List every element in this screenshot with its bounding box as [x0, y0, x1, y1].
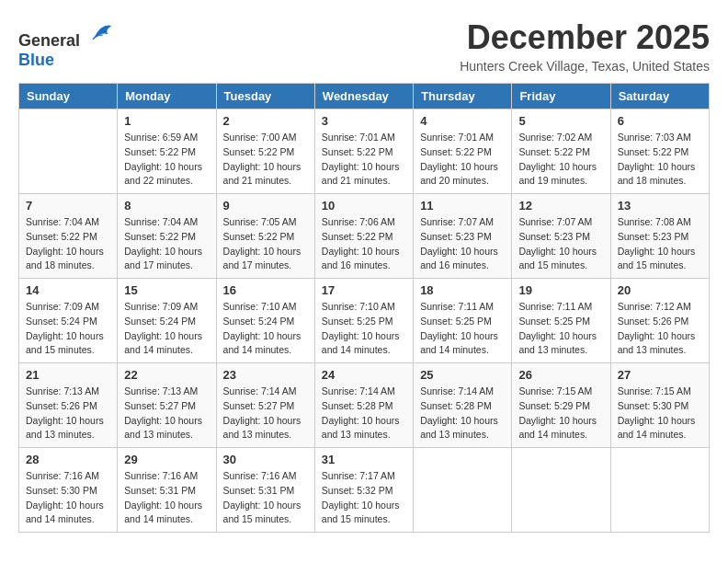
week-row-0: 1Sunrise: 6:59 AM Sunset: 5:22 PM Daylig… — [19, 109, 710, 194]
day-cell-25: 25Sunrise: 7:14 AM Sunset: 5:28 PM Dayli… — [414, 363, 512, 448]
day-number: 29 — [124, 453, 209, 466]
day-info: Sunrise: 7:10 AM Sunset: 5:25 PM Dayligh… — [322, 300, 406, 358]
day-cell-20: 20Sunrise: 7:12 AM Sunset: 5:26 PM Dayli… — [610, 279, 709, 363]
day-cell-13: 13Sunrise: 7:08 AM Sunset: 5:23 PM Dayli… — [610, 194, 709, 279]
day-info: Sunrise: 7:13 AM Sunset: 5:26 PM Dayligh… — [26, 385, 110, 442]
day-number: 9 — [223, 199, 308, 213]
day-number: 22 — [124, 368, 209, 382]
day-info: Sunrise: 7:00 AM Sunset: 5:22 PM Dayligh… — [223, 131, 308, 189]
day-info: Sunrise: 7:16 AM Sunset: 5:31 PM Dayligh… — [223, 469, 308, 527]
day-cell-7: 7Sunrise: 7:04 AM Sunset: 5:22 PM Daylig… — [19, 194, 118, 279]
day-info: Sunrise: 7:01 AM Sunset: 5:22 PM Dayligh… — [420, 131, 505, 189]
logo: General Blue — [18, 18, 115, 70]
day-cell-18: 18Sunrise: 7:11 AM Sunset: 5:25 PM Dayli… — [414, 279, 512, 363]
day-number: 12 — [518, 199, 603, 213]
day-cell-3: 3Sunrise: 7:01 AM Sunset: 5:22 PM Daylig… — [314, 109, 413, 194]
day-number: 17 — [322, 283, 406, 297]
day-info: Sunrise: 7:09 AM Sunset: 5:24 PM Dayligh… — [26, 300, 110, 358]
day-cell-5: 5Sunrise: 7:02 AM Sunset: 5:22 PM Daylig… — [512, 109, 610, 194]
empty-cell — [19, 109, 118, 194]
day-number: 4 — [420, 114, 505, 128]
day-cell-21: 21Sunrise: 7:13 AM Sunset: 5:26 PM Dayli… — [19, 363, 118, 448]
logo-blue: Blue — [18, 51, 54, 69]
empty-cell — [414, 448, 512, 533]
day-info: Sunrise: 7:04 AM Sunset: 5:22 PM Dayligh… — [124, 215, 209, 273]
day-number: 20 — [618, 283, 702, 297]
day-info: Sunrise: 7:11 AM Sunset: 5:25 PM Dayligh… — [518, 300, 603, 358]
weekday-header-sunday: Sunday — [19, 84, 118, 109]
day-number: 23 — [223, 368, 308, 382]
location-title: Hunters Creek Village, Texas, United Sta… — [460, 59, 710, 74]
day-info: Sunrise: 7:08 AM Sunset: 5:23 PM Dayligh… — [618, 215, 702, 273]
day-number: 25 — [420, 368, 505, 382]
day-cell-19: 19Sunrise: 7:11 AM Sunset: 5:25 PM Dayli… — [512, 279, 610, 363]
day-info: Sunrise: 7:02 AM Sunset: 5:22 PM Dayligh… — [518, 131, 603, 189]
empty-cell — [610, 448, 709, 533]
day-number: 8 — [124, 199, 209, 213]
day-info: Sunrise: 6:59 AM Sunset: 5:22 PM Dayligh… — [124, 131, 209, 189]
logo-general: General — [18, 31, 80, 50]
day-cell-6: 6Sunrise: 7:03 AM Sunset: 5:22 PM Daylig… — [610, 109, 709, 194]
day-cell-14: 14Sunrise: 7:09 AM Sunset: 5:24 PM Dayli… — [19, 279, 118, 363]
weekday-header-thursday: Thursday — [414, 84, 512, 109]
day-cell-28: 28Sunrise: 7:16 AM Sunset: 5:30 PM Dayli… — [19, 448, 118, 533]
day-cell-15: 15Sunrise: 7:09 AM Sunset: 5:24 PM Dayli… — [118, 279, 216, 363]
day-info: Sunrise: 7:14 AM Sunset: 5:28 PM Dayligh… — [420, 385, 505, 442]
day-number: 30 — [223, 453, 308, 466]
day-info: Sunrise: 7:06 AM Sunset: 5:22 PM Dayligh… — [322, 215, 406, 273]
day-info: Sunrise: 7:15 AM Sunset: 5:29 PM Dayligh… — [518, 385, 603, 442]
day-number: 7 — [26, 199, 110, 213]
day-number: 5 — [518, 114, 603, 128]
day-info: Sunrise: 7:07 AM Sunset: 5:23 PM Dayligh… — [518, 215, 603, 273]
day-number: 18 — [420, 283, 505, 297]
logo-bird-icon — [87, 18, 115, 46]
day-number: 16 — [223, 283, 308, 297]
day-cell-27: 27Sunrise: 7:15 AM Sunset: 5:30 PM Dayli… — [610, 363, 709, 448]
day-number: 6 — [618, 114, 702, 128]
weekday-header-tuesday: Tuesday — [216, 84, 314, 109]
day-info: Sunrise: 7:01 AM Sunset: 5:22 PM Dayligh… — [322, 131, 406, 189]
day-info: Sunrise: 7:09 AM Sunset: 5:24 PM Dayligh… — [124, 300, 209, 358]
day-info: Sunrise: 7:15 AM Sunset: 5:30 PM Dayligh… — [618, 385, 702, 442]
day-info: Sunrise: 7:07 AM Sunset: 5:23 PM Dayligh… — [420, 215, 505, 273]
day-info: Sunrise: 7:17 AM Sunset: 5:32 PM Dayligh… — [322, 469, 406, 527]
day-cell-11: 11Sunrise: 7:07 AM Sunset: 5:23 PM Dayli… — [414, 194, 512, 279]
day-number: 10 — [322, 199, 406, 213]
day-cell-17: 17Sunrise: 7:10 AM Sunset: 5:25 PM Dayli… — [314, 279, 413, 363]
day-cell-31: 31Sunrise: 7:17 AM Sunset: 5:32 PM Dayli… — [314, 448, 413, 533]
day-cell-26: 26Sunrise: 7:15 AM Sunset: 5:29 PM Dayli… — [512, 363, 610, 448]
day-info: Sunrise: 7:11 AM Sunset: 5:25 PM Dayligh… — [420, 300, 505, 358]
day-cell-30: 30Sunrise: 7:16 AM Sunset: 5:31 PM Dayli… — [216, 448, 314, 533]
day-number: 24 — [322, 368, 406, 382]
week-row-3: 21Sunrise: 7:13 AM Sunset: 5:26 PM Dayli… — [19, 363, 710, 448]
day-number: 2 — [223, 114, 308, 128]
day-cell-8: 8Sunrise: 7:04 AM Sunset: 5:22 PM Daylig… — [118, 194, 216, 279]
weekday-header-friday: Friday — [512, 84, 610, 109]
day-number: 11 — [420, 199, 505, 213]
day-number: 27 — [618, 368, 702, 382]
day-number: 26 — [518, 368, 603, 382]
day-info: Sunrise: 7:05 AM Sunset: 5:22 PM Dayligh… — [223, 215, 308, 273]
week-row-1: 7Sunrise: 7:04 AM Sunset: 5:22 PM Daylig… — [19, 194, 710, 279]
day-cell-2: 2Sunrise: 7:00 AM Sunset: 5:22 PM Daylig… — [216, 109, 314, 194]
day-info: Sunrise: 7:04 AM Sunset: 5:22 PM Dayligh… — [26, 215, 110, 273]
day-info: Sunrise: 7:16 AM Sunset: 5:31 PM Dayligh… — [124, 469, 209, 527]
day-cell-4: 4Sunrise: 7:01 AM Sunset: 5:22 PM Daylig… — [414, 109, 512, 194]
day-info: Sunrise: 7:13 AM Sunset: 5:27 PM Dayligh… — [124, 385, 209, 442]
logo-text: General Blue — [18, 18, 115, 70]
day-info: Sunrise: 7:16 AM Sunset: 5:30 PM Dayligh… — [26, 469, 110, 527]
day-cell-22: 22Sunrise: 7:13 AM Sunset: 5:27 PM Dayli… — [118, 363, 216, 448]
day-info: Sunrise: 7:03 AM Sunset: 5:22 PM Dayligh… — [618, 131, 702, 189]
day-info: Sunrise: 7:14 AM Sunset: 5:27 PM Dayligh… — [223, 385, 308, 442]
day-cell-23: 23Sunrise: 7:14 AM Sunset: 5:27 PM Dayli… — [216, 363, 314, 448]
day-info: Sunrise: 7:10 AM Sunset: 5:24 PM Dayligh… — [223, 300, 308, 358]
day-info: Sunrise: 7:12 AM Sunset: 5:26 PM Dayligh… — [618, 300, 702, 358]
empty-cell — [512, 448, 610, 533]
day-number: 21 — [26, 368, 110, 382]
day-info: Sunrise: 7:14 AM Sunset: 5:28 PM Dayligh… — [322, 385, 406, 442]
day-cell-12: 12Sunrise: 7:07 AM Sunset: 5:23 PM Dayli… — [512, 194, 610, 279]
day-number: 15 — [124, 283, 209, 297]
calendar-table: SundayMondayTuesdayWednesdayThursdayFrid… — [18, 83, 710, 533]
day-number: 3 — [322, 114, 406, 128]
weekday-header-wednesday: Wednesday — [314, 84, 413, 109]
